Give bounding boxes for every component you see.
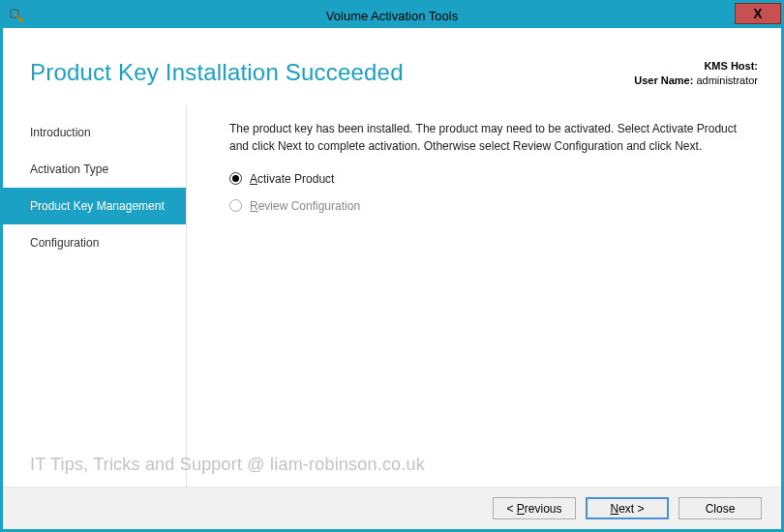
- sidebar-item-product-key-management[interactable]: Product Key Management: [3, 188, 186, 224]
- previous-button[interactable]: < Previous: [493, 497, 576, 519]
- main-panel: The product key has been installed. The …: [187, 106, 781, 487]
- user-name-value: administrator: [696, 74, 758, 86]
- radio-icon: [229, 172, 242, 185]
- window-frame: Volume Activation Tools X Product Key In…: [0, 0, 784, 532]
- watermark-text: IT Tips, Tricks and Support @ liam-robin…: [30, 455, 425, 475]
- content-area: Product Key Installation Succeeded KMS H…: [3, 28, 781, 529]
- sidebar-item-introduction[interactable]: Introduction: [3, 114, 186, 151]
- window-title: Volume Activation Tools: [3, 9, 781, 23]
- next-button[interactable]: Next >: [586, 497, 669, 519]
- radio-icon: [229, 199, 242, 212]
- body-row: Introduction Activation Type Product Key…: [3, 106, 781, 487]
- footer: < Previous Next > Close: [3, 487, 781, 529]
- titlebar[interactable]: Volume Activation Tools X: [3, 3, 781, 28]
- radio-activate-product[interactable]: Activate Product: [229, 172, 758, 186]
- sidebar-item-configuration[interactable]: Configuration: [3, 224, 186, 261]
- radio-label: Activate Product: [250, 172, 334, 186]
- page-title: Product Key Installation Succeeded: [30, 59, 404, 86]
- host-info: KMS Host: User Name: administrator: [634, 59, 758, 89]
- sidebar: Introduction Activation Type Product Key…: [3, 106, 187, 487]
- close-icon: X: [753, 6, 762, 21]
- instruction-text: The product key has been installed. The …: [229, 120, 758, 155]
- close-button[interactable]: X: [735, 3, 781, 24]
- app-icon: [9, 8, 24, 23]
- user-name-label: User Name:: [634, 74, 693, 86]
- close-button-footer[interactable]: Close: [678, 497, 762, 519]
- radio-label: Review Configuration: [250, 199, 360, 213]
- radio-review-configuration[interactable]: Review Configuration: [229, 199, 758, 213]
- header-row: Product Key Installation Succeeded KMS H…: [3, 28, 781, 106]
- kms-host-label: KMS Host:: [704, 60, 758, 72]
- sidebar-item-activation-type[interactable]: Activation Type: [3, 151, 186, 188]
